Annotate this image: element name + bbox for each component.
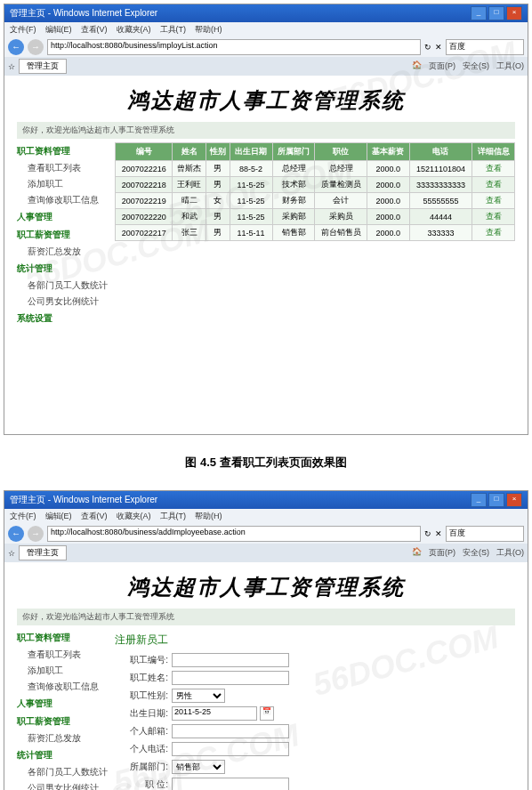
close-button[interactable]: × — [506, 6, 522, 20]
app-banner: 鸿达超市人事工资管理系统 — [10, 81, 522, 120]
menu-tools[interactable]: 工具(T) — [160, 24, 187, 36]
sidebar-head-hr[interactable]: 人事管理 — [17, 208, 115, 226]
toolbar-safety[interactable]: 安全(S) — [463, 60, 489, 72]
url-input[interactable]: http://localhost:8080/business/imployLis… — [47, 39, 421, 55]
input-id[interactable] — [172, 653, 289, 667]
table-row: 2007022219晴二女11-5-25财务部会计2000.055555555查… — [116, 193, 515, 209]
menu-help[interactable]: 帮助(H) — [195, 511, 222, 522]
maximize-button[interactable]: □ — [488, 6, 504, 20]
back-button[interactable]: ← — [8, 526, 24, 542]
refresh-icon[interactable]: ↻ — [424, 43, 431, 52]
th-phone: 电话 — [409, 143, 472, 161]
th-gender: 性别 — [206, 143, 230, 161]
home-icon[interactable]: 🏠 — [412, 547, 422, 559]
home-icon[interactable]: 🏠 — [412, 60, 422, 72]
sidebar-item-add[interactable]: 添加职工 — [17, 176, 115, 192]
menu-edit[interactable]: 编辑(E) — [45, 24, 72, 36]
sidebar-item-edit[interactable]: 查询修改职工信息 — [17, 679, 115, 695]
sidebar-item-salary-summary[interactable]: 薪资汇总发放 — [17, 244, 115, 260]
window-titlebar: 管理主页 - Windows Internet Explorer _ □ × — [4, 491, 528, 509]
sidebar-item-list[interactable]: 查看职工列表 — [17, 647, 115, 663]
window-controls: _ □ × — [471, 493, 522, 507]
view-link[interactable]: 查看 — [472, 161, 515, 177]
input-name[interactable] — [172, 671, 289, 685]
search-input[interactable]: 百度 — [446, 526, 524, 542]
browser-tab[interactable]: 管理主页 — [19, 545, 67, 560]
stop-icon[interactable]: ✕ — [435, 529, 442, 538]
menu-view[interactable]: 查看(V) — [81, 24, 108, 36]
select-gender[interactable]: 男性 — [172, 689, 225, 703]
table-row: 2007022218王利旺男11-5-25技术部质量检测员2000.033333… — [116, 177, 515, 193]
forward-button[interactable]: → — [28, 526, 44, 542]
input-email[interactable] — [172, 724, 289, 738]
screenshot-add-employee: 56DOC.COM 56DOC.COM 56DOC.COM 管理主页 - Win… — [4, 490, 528, 790]
input-birth[interactable]: 2011-5-25 — [172, 706, 257, 721]
th-salary: 基本薪资 — [367, 143, 409, 161]
calendar-icon[interactable]: 📅 — [260, 706, 274, 721]
menu-tools[interactable]: 工具(T) — [160, 511, 187, 522]
input-phone[interactable] — [172, 742, 289, 756]
toolbar-page[interactable]: 页面(P) — [429, 60, 455, 72]
th-position: 职位 — [315, 143, 367, 161]
select-dept[interactable]: 销售部 — [172, 760, 225, 774]
sidebar-head-profile[interactable]: 职工资料管理 — [17, 142, 115, 160]
sidebar: 职工资料管理 查看职工列表 添加职工 查询修改职工信息 人事管理 职工薪资管理 … — [17, 142, 115, 327]
sidebar-item-edit[interactable]: 查询修改职工信息 — [17, 192, 115, 208]
tab-bar: ☆ 管理主页 🏠 页面(P) 安全(S) 工具(O) — [4, 57, 528, 76]
back-button[interactable]: ← — [8, 39, 24, 55]
menu-help[interactable]: 帮助(H) — [195, 24, 222, 36]
sidebar-item-gender-stats[interactable]: 公司男女比例统计 — [17, 294, 115, 310]
toolbar-safety[interactable]: 安全(S) — [463, 547, 489, 559]
favorites-icon[interactable]: ☆ — [8, 62, 15, 71]
maximize-button[interactable]: □ — [488, 493, 504, 507]
close-button[interactable]: × — [506, 493, 522, 507]
menu-file[interactable]: 文件(F) — [10, 24, 36, 36]
view-link[interactable]: 查看 — [472, 193, 515, 209]
sidebar-item-salary-summary[interactable]: 薪资汇总发放 — [17, 730, 115, 746]
main-area: 编号 姓名 性别 出生日期 所属部门 职位 基本薪资 电话 详细信息 20070… — [115, 142, 515, 327]
sidebar-head-stats[interactable]: 统计管理 — [17, 260, 115, 278]
favorites-icon[interactable]: ☆ — [8, 549, 15, 558]
forward-button[interactable]: → — [28, 39, 44, 55]
sidebar-item-add[interactable]: 添加职工 — [17, 663, 115, 679]
toolbar-tools[interactable]: 工具(O) — [496, 60, 524, 72]
sidebar-head-salary[interactable]: 职工薪资管理 — [17, 713, 115, 730]
menu-favorites[interactable]: 收藏夹(A) — [117, 24, 151, 36]
sidebar-head-salary[interactable]: 职工薪资管理 — [17, 226, 115, 244]
sidebar-head-hr[interactable]: 人事管理 — [17, 695, 115, 713]
window-titlebar: 管理主页 - Windows Internet Explorer _ □ × — [4, 4, 528, 22]
sidebar-item-list[interactable]: 查看职工列表 — [17, 160, 115, 176]
view-link[interactable]: 查看 — [472, 225, 515, 241]
url-input[interactable]: http://localhost:8080/business/addImploy… — [47, 526, 421, 542]
toolbar-page[interactable]: 页面(P) — [429, 547, 455, 559]
sidebar-item-dept-stats[interactable]: 各部门员工人数统计 — [17, 278, 115, 294]
menu-view[interactable]: 查看(V) — [81, 511, 108, 522]
page-content: 鸿达超市人事工资管理系统 你好，欢迎光临鸿达超市人事工资管理系统 职工资料管理 … — [4, 562, 528, 790]
refresh-icon[interactable]: ↻ — [424, 529, 431, 538]
page-content: 鸿达超市人事工资管理系统 你好，欢迎光临鸿达超市人事工资管理系统 职工资料管理 … — [4, 76, 528, 434]
view-link[interactable]: 查看 — [472, 177, 515, 193]
menu-file[interactable]: 文件(F) — [10, 511, 36, 522]
minimize-button[interactable]: _ — [471, 493, 487, 507]
label-birth: 出生日期: — [115, 707, 172, 720]
figure-caption-1: 图 4.5 查看职工列表页面效果图 — [0, 439, 532, 487]
form-title: 注册新员工 — [115, 629, 515, 651]
label-id: 职工编号: — [115, 654, 172, 666]
th-detail: 详细信息 — [472, 143, 515, 161]
view-link[interactable]: 查看 — [472, 209, 515, 225]
input-position[interactable] — [172, 778, 289, 790]
toolbar-tools[interactable]: 工具(O) — [496, 547, 524, 559]
stop-icon[interactable]: ✕ — [435, 43, 442, 52]
sidebar-item-dept-stats[interactable]: 各部门员工人数统计 — [17, 764, 115, 780]
sidebar-head-profile[interactable]: 职工资料管理 — [17, 629, 115, 647]
sidebar-item-gender-stats[interactable]: 公司男女比例统计 — [17, 780, 115, 790]
search-input[interactable]: 百度 — [446, 39, 524, 55]
browser-tab[interactable]: 管理主页 — [19, 59, 67, 74]
menu-edit[interactable]: 编辑(E) — [45, 511, 72, 522]
sidebar-head-stats[interactable]: 统计管理 — [17, 746, 115, 764]
window-controls: _ □ × — [471, 6, 522, 20]
sidebar: 职工资料管理 查看职工列表 添加职工 查询修改职工信息 人事管理 职工薪资管理 … — [17, 629, 115, 790]
minimize-button[interactable]: _ — [471, 6, 487, 20]
sidebar-head-settings[interactable]: 系统设置 — [17, 310, 115, 327]
menu-favorites[interactable]: 收藏夹(A) — [117, 511, 151, 522]
